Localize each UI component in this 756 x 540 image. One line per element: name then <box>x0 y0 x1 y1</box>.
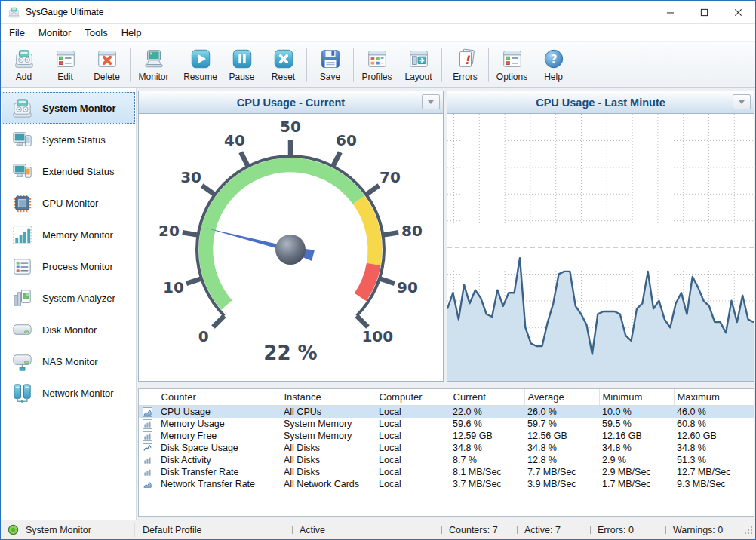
gauge-panel-menu-button[interactable] <box>422 94 440 109</box>
resize-grip[interactable] <box>744 526 754 535</box>
toolbar-button-resume[interactable]: Resume <box>180 44 221 85</box>
column-header-instance[interactable]: Instance <box>281 389 376 406</box>
column-header-average[interactable]: Average <box>524 389 599 406</box>
svg-text:70: 70 <box>380 168 401 186</box>
toolbar-button-label: Resume <box>183 72 217 82</box>
toolbar-button-layout[interactable]: Layout <box>398 44 439 85</box>
column-header-maximum[interactable]: Maximum <box>674 389 754 406</box>
svg-text:60: 60 <box>336 131 357 149</box>
cell-maximum: 12.60 GB <box>674 430 754 442</box>
statusbar-tick <box>517 526 518 534</box>
chart-bar-icon <box>139 418 158 430</box>
cell-average: 34.8 % <box>524 442 599 454</box>
svg-text:80: 80 <box>401 222 423 240</box>
toolbar-button-label: Delete <box>94 72 120 82</box>
app-window: SysGauge Ultimate FileMonitorToolsHelp A… <box>0 0 756 540</box>
toolbar-button-pause[interactable]: Pause <box>221 44 263 85</box>
cell-counter: Memory Usage <box>158 418 281 430</box>
cell-minimum: 10.0 % <box>599 406 674 419</box>
toolbar-button-label: Help <box>544 72 563 82</box>
column-header-computer[interactable]: Computer <box>376 389 450 406</box>
table-row[interactable]: CPU UsageAll CPUsLocal22.0 %26.0 %10.0 %… <box>139 406 754 419</box>
toolbar-button-add[interactable]: Add <box>3 44 45 85</box>
sidebar-item-process-monitor[interactable]: Process Monitor <box>2 250 135 282</box>
status-monitor-label: System Monitor <box>26 525 91 535</box>
cell-maximum: 12.7 MB/Sec <box>674 466 754 478</box>
svg-text:?: ? <box>550 53 557 66</box>
toolbar-separator <box>306 48 307 82</box>
cell-minimum: 59.5 % <box>599 418 674 430</box>
table-header-row: CounterInstanceComputerCurrentAverageMin… <box>139 389 754 406</box>
close-button[interactable] <box>721 1 755 23</box>
gauge-panel-header: CPU Usage - Current <box>139 91 443 114</box>
sidebar-item-disk-monitor[interactable]: Disk Monitor <box>2 314 135 345</box>
svg-text:!: ! <box>464 53 470 67</box>
toolbar-separator <box>177 48 177 82</box>
svg-text:10: 10 <box>163 278 184 296</box>
window-title: SysGauge Ultimate <box>26 7 103 17</box>
sidebar-item-memory-monitor[interactable]: Memory Monitor <box>2 219 135 250</box>
table-row[interactable]: Disk Transfer RateAll DisksLocal8.1 MB/S… <box>139 466 754 478</box>
table-row[interactable]: Network Transfer RateAll Network CardsLo… <box>139 478 754 490</box>
toolbar-button-label: Pause <box>229 72 254 82</box>
sidebar: System MonitorSystem StatusExtended Stat… <box>1 88 137 520</box>
cell-average: 26.0 % <box>524 406 599 419</box>
history-panel-menu-button[interactable] <box>733 94 751 109</box>
menu-item-monitor[interactable]: Monitor <box>32 25 78 41</box>
sidebar-item-system-status[interactable]: System Status <box>2 124 135 155</box>
statusbar-tick <box>590 526 591 534</box>
column-header-minimum[interactable]: Minimum <box>599 389 674 406</box>
maximize-button[interactable] <box>687 1 721 23</box>
layout-icon <box>407 48 430 70</box>
counters-table: CounterInstanceComputerCurrentAverageMin… <box>138 388 754 517</box>
cell-current: 8.7 % <box>450 454 524 466</box>
chart-area-icon <box>139 478 158 490</box>
add-icon <box>13 48 35 70</box>
table-row[interactable]: Memory FreeSystem MemoryLocal12.59 GB12.… <box>139 430 754 442</box>
svg-text:50: 50 <box>280 118 301 136</box>
sidebar-item-network-monitor[interactable]: Network Monitor <box>2 377 135 409</box>
status-active-label: Active: 7 <box>524 525 561 535</box>
minimize-button[interactable] <box>653 1 687 23</box>
cell-counter: Disk Activity <box>158 454 281 466</box>
toolbar-button-profiles[interactable]: Profiles <box>356 44 398 85</box>
sidebar-item-system-monitor[interactable]: System Monitor <box>2 92 135 124</box>
cell-counter: Network Transfer Rate <box>158 478 281 490</box>
cell-minimum: 34.8 % <box>599 442 674 454</box>
table-row[interactable]: Memory UsageSystem MemoryLocal59.6 %59.7… <box>139 418 754 430</box>
sidebar-item-label: Disk Monitor <box>42 324 97 336</box>
sidebar-item-nas-monitor[interactable]: NAS Monitor <box>2 345 135 377</box>
cell-computer: Local <box>376 430 450 442</box>
statusbar-tick <box>665 526 666 534</box>
table-row[interactable]: Disk Space UsageAll DisksLocal34.8 %34.8… <box>139 442 754 454</box>
cell-instance: All Disks <box>281 454 376 466</box>
sidebar-item-extended-status[interactable]: Extended Status <box>2 155 135 187</box>
sidebar-item-label: Extended Status <box>42 166 114 177</box>
disk-monitor-icon <box>11 318 34 342</box>
sidebar-item-system-analyzer[interactable]: System Analyzer <box>2 282 135 314</box>
toolbar-button-reset[interactable]: Reset <box>263 44 304 85</box>
app-icon <box>8 6 20 19</box>
cell-computer: Local <box>376 454 450 466</box>
history-panel-title: CPU Usage - Last Minute <box>536 97 665 109</box>
table-row[interactable]: Disk ActivityAll DisksLocal8.7 %12.8 %2.… <box>139 454 754 466</box>
toolbar-button-edit[interactable]: Edit <box>45 44 86 85</box>
menu-item-tools[interactable]: Tools <box>78 25 114 41</box>
column-header-counter[interactable]: Counter <box>158 389 281 406</box>
menu-item-file[interactable]: File <box>2 25 32 41</box>
gauge-panel-title: CPU Usage - Current <box>237 97 345 109</box>
monitor-icon <box>143 48 165 70</box>
toolbar-button-errors[interactable]: !Errors <box>444 44 486 85</box>
toolbar-button-label: Add <box>16 72 32 82</box>
column-header-current[interactable]: Current <box>450 389 524 406</box>
history-panel-header: CPU Usage - Last Minute <box>447 91 754 114</box>
toolbar-button-delete[interactable]: Delete <box>86 44 128 85</box>
main-area: CPU Usage - Current 01020304050607080901… <box>137 88 755 520</box>
toolbar-button-monitor[interactable]: Monitor <box>133 44 174 85</box>
cell-instance: All Network Cards <box>281 478 376 490</box>
sidebar-item-cpu-monitor[interactable]: CPU Monitor <box>2 187 135 219</box>
toolbar-button-help[interactable]: ?Help <box>533 44 574 85</box>
toolbar-button-options[interactable]: Options <box>491 44 533 85</box>
toolbar-button-save[interactable]: Save <box>309 44 351 85</box>
menu-item-help[interactable]: Help <box>115 25 149 41</box>
